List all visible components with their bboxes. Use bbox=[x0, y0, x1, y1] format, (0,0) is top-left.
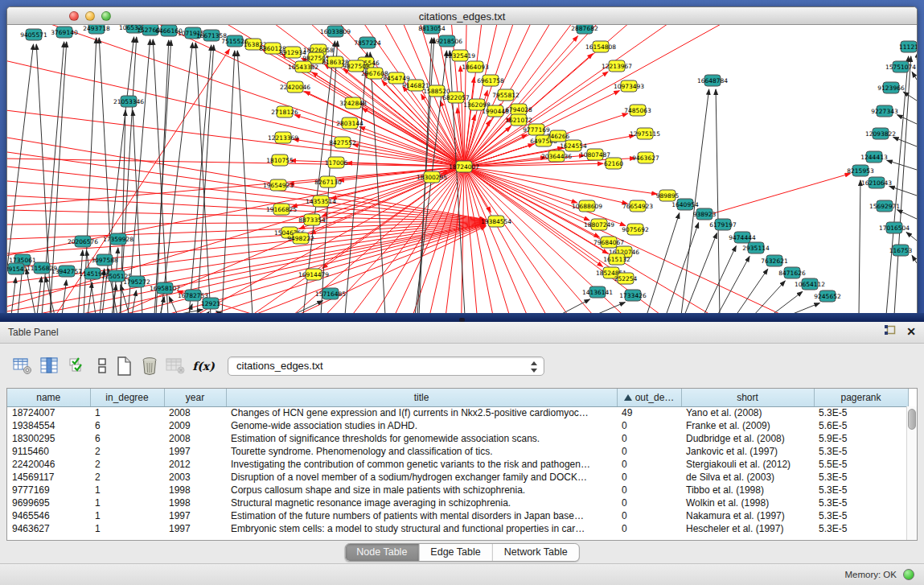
cell-pagerank[interactable]: 5.3E-5 bbox=[814, 484, 908, 496]
table-selector-dropdown[interactable]: citations_edges.txt bbox=[228, 356, 544, 376]
cell-title[interactable]: Estimation of significance thresholds fo… bbox=[226, 432, 617, 445]
graph-node[interactable]: 6794028 bbox=[505, 104, 532, 115]
table-row[interactable]: 911546021997Tourette syndrome. Phenomeno… bbox=[7, 445, 908, 458]
select-attributes-button[interactable] bbox=[66, 356, 88, 377]
graph-node[interactable]: 21053346 bbox=[113, 96, 144, 107]
cell-name[interactable]: 18724007 bbox=[7, 406, 90, 419]
cell-in_degree[interactable]: 1 bbox=[90, 484, 164, 496]
graph-node[interactable]: 989895 bbox=[656, 190, 680, 201]
graph-node[interactable]: 16543382 bbox=[288, 61, 318, 72]
cell-year[interactable]: 1998 bbox=[164, 484, 226, 496]
graph-node[interactable]: 12325419 bbox=[445, 50, 475, 61]
cell-name[interactable]: 9463627 bbox=[7, 522, 90, 535]
cell-short[interactable]: Yano et al. (2008) bbox=[681, 406, 814, 419]
cell-in_degree[interactable]: 1 bbox=[90, 496, 164, 509]
cell-out_de[interactable]: 0 bbox=[617, 471, 681, 484]
cell-in_degree[interactable]: 6 bbox=[90, 419, 164, 432]
column-header-year[interactable]: year bbox=[164, 389, 226, 406]
graph-node[interactable]: 20206576 bbox=[68, 236, 98, 247]
cell-out_de[interactable]: 0 bbox=[617, 509, 681, 522]
graph-node[interactable]: 746266 bbox=[547, 130, 570, 142]
graph-node[interactable]: 116753 bbox=[889, 245, 913, 256]
graph-node[interactable]: 8873354 bbox=[298, 214, 326, 225]
graph-node[interactable]: 391541 bbox=[7, 263, 28, 274]
function-builder-button[interactable]: f(x) bbox=[190, 356, 217, 377]
cell-pagerank[interactable]: 5.3E-5 bbox=[814, 496, 908, 509]
cell-out_de[interactable]: 0 bbox=[617, 432, 681, 445]
cell-short[interactable]: Jankovic et al. (1997) bbox=[681, 445, 814, 458]
cell-short[interactable]: Dudbridge et al. (2008) bbox=[681, 432, 814, 445]
column-header-short[interactable]: short bbox=[681, 389, 814, 406]
graph-node[interactable]: 8471626 bbox=[778, 267, 806, 278]
graph-node[interactable]: 1810755 bbox=[266, 154, 294, 166]
cell-in_degree[interactable]: 2 bbox=[90, 445, 164, 458]
cell-name[interactable]: 9699695 bbox=[7, 496, 90, 509]
cell-out_de[interactable]: 0 bbox=[617, 458, 681, 471]
cell-short[interactable]: Tibbo et al. (1998) bbox=[681, 484, 814, 496]
cell-title[interactable]: Investigating the contribution of common… bbox=[226, 458, 617, 471]
tab-node-table[interactable]: Node Table bbox=[345, 544, 418, 561]
graph-node[interactable]: 9245652 bbox=[814, 290, 841, 302]
cell-out_de[interactable]: 0 bbox=[617, 522, 681, 535]
cell-name[interactable]: 9777169 bbox=[7, 484, 90, 496]
import-table-button[interactable] bbox=[164, 356, 187, 377]
graph-node[interactable]: 117006 bbox=[325, 157, 348, 168]
graph-node[interactable]: 19166825 bbox=[266, 204, 297, 215]
graph-node[interactable]: 8267130 bbox=[314, 176, 342, 187]
cell-short[interactable]: Stergiakouli et al. (2012) bbox=[681, 458, 814, 471]
column-header-title[interactable]: title bbox=[226, 389, 617, 406]
cell-name[interactable]: 19384554 bbox=[7, 419, 90, 432]
graph-node[interactable]: 14136141 bbox=[582, 286, 613, 298]
cell-year[interactable]: 2008 bbox=[164, 432, 226, 445]
cell-name[interactable]: 18300295 bbox=[7, 432, 90, 445]
graph-node[interactable]: 12975115 bbox=[630, 128, 660, 139]
column-header-in_degree[interactable]: in_degree bbox=[90, 389, 164, 406]
column-header-name[interactable]: name bbox=[7, 389, 90, 406]
table-row[interactable]: 1938455462009Genome-wide association stu… bbox=[7, 419, 908, 432]
cell-year[interactable]: 1997 bbox=[164, 445, 226, 458]
graph-node[interactable]: 1244413 bbox=[860, 151, 888, 163]
graph-node[interactable]: 16210643 bbox=[861, 177, 892, 188]
graph-node[interactable]: 9463627 bbox=[632, 152, 659, 163]
graph-node[interactable]: 9123966 bbox=[877, 82, 905, 93]
table-row[interactable]: 969969511998Structural magnetic resonanc… bbox=[7, 496, 908, 509]
graph-node[interactable]: 20364436 bbox=[541, 150, 572, 162]
delete-column-button[interactable] bbox=[138, 356, 161, 377]
cell-name[interactable]: 9115460 bbox=[7, 445, 90, 458]
graph-node[interactable]: 16958107 bbox=[150, 282, 180, 294]
graph-node[interactable]: 15751074 bbox=[885, 61, 916, 72]
cell-pagerank[interactable]: 5.3E-5 bbox=[814, 445, 908, 458]
graph-node[interactable]: 62160 bbox=[604, 158, 623, 169]
cell-name[interactable]: 9465546 bbox=[7, 509, 90, 522]
graph-node[interactable]: 10654112 bbox=[795, 278, 825, 290]
row-options-button[interactable] bbox=[91, 356, 113, 377]
graph-node[interactable]: 7485063 bbox=[624, 105, 651, 116]
cell-year[interactable]: 2008 bbox=[164, 406, 226, 419]
graph-node[interactable]: 17016504 bbox=[879, 222, 910, 233]
table-row[interactable]: 946554611997Estimation of the future num… bbox=[7, 509, 908, 522]
cell-title[interactable]: Embryonic stem cells: a model to study s… bbox=[226, 522, 617, 535]
graph-node[interactable]: 9405571 bbox=[20, 29, 47, 40]
table-mode-button[interactable] bbox=[11, 356, 34, 377]
cell-short[interactable]: Nakamura et al. (1997) bbox=[681, 509, 814, 522]
graph-node[interactable]: 9227343 bbox=[871, 105, 898, 117]
cell-in_degree[interactable]: 2 bbox=[90, 471, 164, 484]
cell-year[interactable]: 2012 bbox=[164, 458, 226, 471]
graph-node[interactable]: 19218506 bbox=[432, 35, 462, 47]
graph-node[interactable]: 2935114 bbox=[742, 242, 770, 253]
graph-node[interactable]: 16914479 bbox=[298, 269, 329, 280]
graph-node[interactable]: 7632621 bbox=[761, 255, 788, 266]
graph-node[interactable]: 252254 bbox=[614, 273, 638, 284]
graph-node[interactable]: 16154808 bbox=[585, 41, 616, 52]
graph-node[interactable]: 10973493 bbox=[614, 80, 644, 92]
graph-node[interactable]: 2718126 bbox=[271, 106, 298, 117]
cell-year[interactable]: 2009 bbox=[164, 419, 226, 432]
cell-year[interactable]: 1998 bbox=[164, 496, 226, 509]
cell-year[interactable]: 1997 bbox=[164, 509, 226, 522]
cell-out_de[interactable]: 0 bbox=[617, 484, 681, 496]
create-column-button[interactable] bbox=[113, 356, 135, 377]
show-columns-button[interactable] bbox=[39, 356, 61, 377]
cell-pagerank[interactable]: 5.5E-5 bbox=[814, 458, 908, 471]
graph-node[interactable]: 938923 bbox=[693, 208, 717, 220]
cell-pagerank[interactable]: 5.6E-5 bbox=[814, 419, 908, 432]
